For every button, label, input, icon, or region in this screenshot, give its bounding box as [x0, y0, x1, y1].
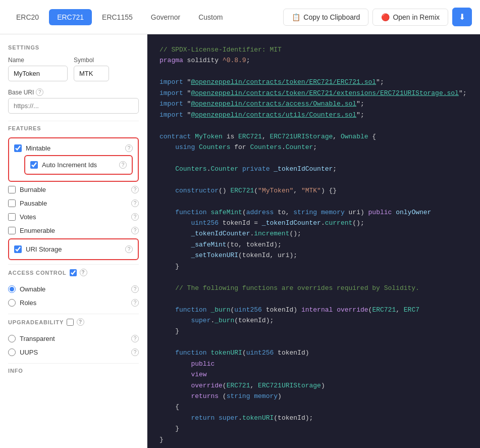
- code-line-super1: super._burn(tokenId);: [159, 315, 468, 326]
- tab-erc20[interactable]: ERC20: [8, 9, 47, 25]
- transparent-label[interactable]: Transparent: [20, 335, 127, 342]
- mintable-help-icon[interactable]: ?: [125, 144, 133, 152]
- code-line-close3: }: [159, 423, 468, 434]
- burnable-label[interactable]: Burnable: [20, 186, 127, 193]
- code-line-burn: function _burn(uint256 tokenId) internal…: [159, 305, 468, 315]
- mintable-box: Mintable ? Auto Increment Ids ?: [8, 137, 139, 182]
- burnable-help-icon[interactable]: ?: [131, 186, 139, 193]
- uristorage-label[interactable]: URI Storage: [26, 245, 121, 253]
- clipboard-icon: 📋: [292, 13, 300, 21]
- code-line-blank3: [159, 153, 468, 163]
- code-line-blank7: [159, 293, 468, 304]
- info-section-title: INFO: [8, 368, 139, 374]
- roles-item: Roles ?: [8, 296, 139, 310]
- mintable-checkbox[interactable]: [14, 144, 22, 152]
- left-panel: SETTINGS Name Symbol Base URI ? FEATURES: [0, 34, 147, 448]
- code-line-close4: }: [159, 434, 468, 445]
- autoincrement-label[interactable]: Auto Increment Ids: [42, 161, 115, 169]
- ownable-label[interactable]: Ownable: [20, 285, 127, 293]
- code-line-2: pragma solidity ^0.8.9;: [159, 55, 468, 66]
- code-line-override2: override(ERC721, ERC721URIStorage): [159, 380, 468, 391]
- ownable-help-icon[interactable]: ?: [131, 285, 139, 293]
- roles-label[interactable]: Roles: [20, 299, 127, 307]
- code-line-blank8: [159, 337, 468, 347]
- pausable-help-icon[interactable]: ?: [131, 200, 139, 207]
- code-line-using: using Counters for Counters.Counter;: [159, 142, 468, 153]
- uristorage-item: URI Storage ?: [14, 242, 133, 256]
- transparent-radio[interactable]: [8, 335, 16, 342]
- ownable-radio[interactable]: [8, 285, 16, 293]
- enumerable-help-icon[interactable]: ?: [131, 227, 139, 234]
- enumerable-checkbox[interactable]: [8, 227, 16, 234]
- access-control-help-icon[interactable]: ?: [80, 269, 87, 276]
- uristorage-box: URI Storage ?: [8, 238, 139, 260]
- pausable-label[interactable]: Pausable: [20, 200, 127, 207]
- symbol-input[interactable]: [74, 66, 109, 81]
- baseuri-input[interactable]: [8, 98, 139, 114]
- code-panel: // SPDX-License-Identifier: MIT pragma s…: [147, 34, 480, 448]
- code-line-return: return super.tokenURI(tokenId);: [159, 413, 468, 423]
- autoincrement-help-icon[interactable]: ?: [119, 161, 127, 169]
- votes-help-icon[interactable]: ?: [131, 213, 139, 221]
- votes-checkbox[interactable]: [8, 213, 16, 221]
- copy-label: Copy to Clipboard: [303, 13, 360, 21]
- symbol-group: Symbol: [74, 57, 109, 81]
- code-line-view: view: [159, 369, 468, 380]
- top-nav: ERC20 ERC721 ERC1155 Governor Custom 📋 C…: [0, 0, 480, 34]
- uristorage-checkbox[interactable]: [14, 245, 22, 253]
- divider-access-upgrade: [8, 314, 139, 314]
- roles-radio[interactable]: [8, 299, 16, 307]
- votes-label[interactable]: Votes: [20, 213, 127, 221]
- code-line-safemint2: _safeMint(to, tokenId);: [159, 239, 468, 250]
- roles-help-icon[interactable]: ?: [131, 299, 139, 307]
- download-button[interactable]: ⬇: [452, 8, 472, 26]
- pausable-item: Pausable ?: [8, 196, 139, 210]
- code-line-close2: }: [159, 326, 468, 336]
- download-icon: ⬇: [459, 12, 465, 22]
- code-line-contract: contract MyToken is ERC721, ERC721URISto…: [159, 131, 468, 142]
- name-symbol-row: Name Symbol: [8, 57, 139, 81]
- code-line-open3: {: [159, 402, 468, 412]
- burnable-checkbox[interactable]: [8, 186, 16, 193]
- code-line-import4: import "@openzeppelin/contracts/utils/Co…: [159, 110, 468, 120]
- tab-governor[interactable]: Governor: [143, 9, 188, 25]
- code-line-uint: uint256 tokenId = _tokenIdCounter.curren…: [159, 218, 468, 228]
- baseuri-label: Base URI ?: [8, 88, 139, 96]
- code-line-blank6: [159, 272, 468, 282]
- tab-custom[interactable]: Custom: [190, 9, 231, 25]
- open-in-remix-button[interactable]: 🔴 Open in Remix: [372, 9, 448, 26]
- uups-label[interactable]: UUPS: [20, 349, 127, 356]
- uups-help-icon[interactable]: ?: [131, 349, 139, 356]
- code-line-import1: import "@openzeppelin/contracts/token/ER…: [159, 77, 468, 87]
- code-line-blank5: [159, 196, 468, 207]
- tab-erc1155[interactable]: ERC1155: [94, 9, 141, 25]
- divider-features-access: [8, 264, 139, 265]
- copy-to-clipboard-button[interactable]: 📋 Copy to Clipboard: [283, 9, 368, 26]
- code-line-comment2: // The following functions are overrides…: [159, 283, 468, 293]
- nav-actions: 📋 Copy to Clipboard 🔴 Open in Remix ⬇: [283, 8, 472, 26]
- transparent-help-icon[interactable]: ?: [131, 335, 139, 342]
- code-line-returns: returns (string memory): [159, 391, 468, 402]
- main-layout: SETTINGS Name Symbol Base URI ? FEATURES: [0, 34, 480, 448]
- uups-radio[interactable]: [8, 349, 16, 356]
- uups-item: UUPS ?: [8, 345, 139, 359]
- access-control-checkbox[interactable]: [70, 269, 77, 276]
- upgradeability-help-icon[interactable]: ?: [77, 318, 84, 326]
- code-line-1: // SPDX-License-Identifier: MIT: [159, 44, 468, 55]
- enumerable-label[interactable]: Enumerable: [20, 227, 127, 234]
- baseuri-help-icon[interactable]: ?: [36, 88, 43, 96]
- pausable-checkbox[interactable]: [8, 200, 16, 207]
- tab-erc721[interactable]: ERC721: [49, 9, 92, 25]
- remix-icon: 🔴: [381, 13, 390, 21]
- uristorage-help-icon[interactable]: ?: [125, 245, 133, 253]
- symbol-label: Symbol: [74, 57, 109, 64]
- code-line-blank2: [159, 120, 468, 131]
- upgradeability-checkbox[interactable]: [67, 319, 74, 326]
- nav-tabs: ERC20 ERC721 ERC1155 Governor Custom: [8, 9, 231, 25]
- autoincrement-checkbox[interactable]: [30, 161, 38, 169]
- mintable-label[interactable]: Mintable: [26, 144, 121, 152]
- name-input[interactable]: [8, 66, 68, 81]
- code-line-import3: import "@openzeppelin/contracts/access/O…: [159, 98, 468, 109]
- upgradeability-section-title: UPGRADEABILITY ?: [8, 318, 139, 326]
- settings-section-title: SETTINGS: [8, 44, 139, 51]
